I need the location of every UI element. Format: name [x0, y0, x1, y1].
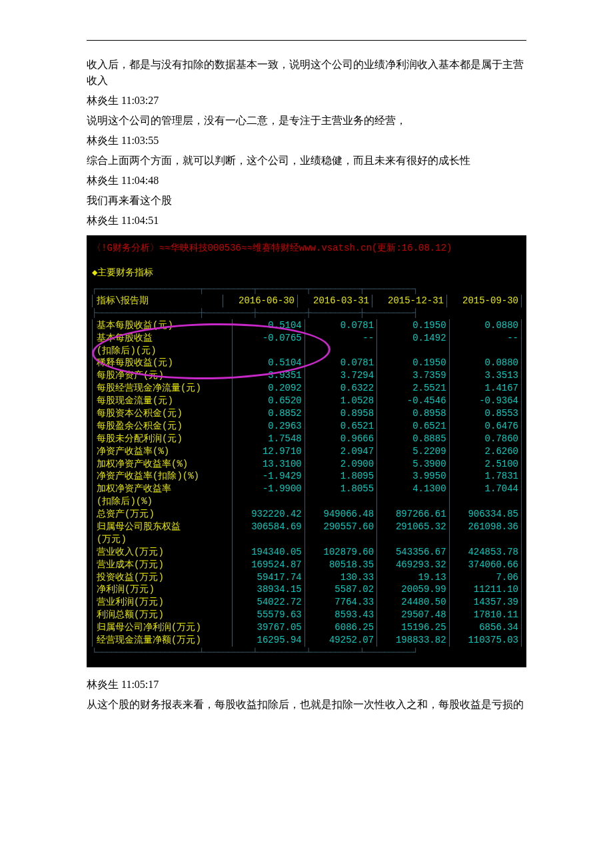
- financial-terminal-panel: 〈!G财务分析〉≈≈华映科技000536≈≈维赛特财经www.vsatsh.cn…: [87, 235, 526, 667]
- row-value: 3.9351: [233, 369, 305, 382]
- row-value: 80518.35: [305, 559, 376, 571]
- row-value: -0.0765: [233, 332, 305, 345]
- row-value: 54022.72: [233, 596, 305, 609]
- row-label: 营业成本(万元): [93, 559, 233, 571]
- row-value: -0.4546: [377, 395, 449, 407]
- row-label: 总资产(万元): [93, 508, 233, 521]
- row-label: 每股未分配利润(元): [93, 433, 233, 445]
- terminal-title: 〈!G财务分析〉≈≈华映科技000536≈≈维赛特财经www.vsatsh.cn…: [92, 242, 521, 255]
- row-value: 0.1492: [377, 332, 449, 345]
- row-value: 932220.42: [233, 508, 305, 521]
- chat-line: 林炎生 11:04:51: [87, 213, 526, 229]
- table-row: 净资产收益率(扣除)(%)-1.94291.80953.99501.7831: [93, 470, 522, 483]
- row-label: 加权净资产收益率(%): [93, 458, 233, 471]
- chat-transcript-block: 收入后，都是与没有扣除的数据基本一致，说明这个公司的业绩净利润收入基本都是属于主…: [87, 57, 526, 229]
- row-value: 1.7548: [233, 433, 305, 445]
- table-divider: ┌─────────────────────┬──────────┬──────…: [92, 283, 521, 295]
- row-value: 0.0880: [449, 357, 521, 369]
- chat-line: 林炎生 11:03:55: [87, 133, 526, 149]
- row-value: 3.7294: [305, 369, 376, 382]
- row-value: 306584.69: [233, 521, 305, 533]
- period-4: 2015-09-30: [447, 295, 522, 307]
- table-row: 稀释每股收益(元)0.51040.07810.19500.0880: [93, 357, 522, 369]
- row-label: 基本每股收益(元): [93, 319, 233, 332]
- table-row: 净资产收益率(%)12.97102.09475.22092.6260: [93, 445, 522, 458]
- row-value: 2.0947: [305, 445, 376, 458]
- row-value: 0.8553: [449, 407, 521, 420]
- row-value: 14357.39: [449, 596, 521, 609]
- row-value: 3.7359: [377, 369, 449, 382]
- table-row: 每股现金流量(元)0.65201.0528-0.4546-0.9364: [93, 395, 522, 407]
- row-label: 归属母公司股东权益: [93, 521, 233, 533]
- row-value: -1.9900: [233, 483, 305, 495]
- row-label: 每股经营现金净流量(元): [93, 382, 233, 395]
- row-value-empty: [449, 495, 521, 508]
- row-value: 0.8958: [305, 407, 376, 420]
- row-value: 1.7044: [449, 483, 521, 495]
- table-row-sub: (万元): [93, 533, 522, 546]
- row-label: 加权净资产收益率: [93, 483, 233, 495]
- table-row: 归属母公司净利润(万元)39767.056086.2515196.256856.…: [93, 621, 522, 634]
- row-label: 净资产收益率(%): [93, 445, 233, 458]
- chat-transcript-block-after: 林炎生 11:05:17从这个股的财务报表来看，每股收益扣除后，也就是扣除一次性…: [87, 677, 526, 713]
- table-row: 投资收益(万元)59417.74130.3319.137.06: [93, 571, 522, 584]
- row-value: 0.6322: [305, 382, 376, 395]
- row-value: 2.0900: [305, 458, 376, 471]
- row-value: 1.8095: [305, 470, 376, 483]
- chat-line: 收入后，都是与没有扣除的数据基本一致，说明这个公司的业绩净利润收入基本都是属于主…: [87, 57, 526, 89]
- row-value-empty: [233, 345, 305, 357]
- row-value: 194340.05: [233, 546, 305, 559]
- table-row: 每股经营现金净流量(元)0.20920.63222.55211.4167: [93, 382, 522, 395]
- row-value: 7.06: [449, 571, 521, 584]
- row-value: 39767.05: [233, 621, 305, 634]
- row-value: 424853.78: [449, 546, 521, 559]
- row-value: 6086.25: [305, 621, 376, 634]
- table-divider: └─────────────────────┴──────────┴──────…: [92, 647, 521, 659]
- row-value-empty: [377, 345, 449, 357]
- row-value-empty: [305, 495, 376, 508]
- row-value: 290557.60: [305, 521, 376, 533]
- row-value: 0.6521: [305, 420, 376, 433]
- row-value: 49252.07: [305, 634, 376, 647]
- row-value: 0.0781: [305, 319, 376, 332]
- chat-line: 林炎生 11:03:27: [87, 93, 526, 109]
- row-value: 198833.82: [377, 634, 449, 647]
- row-value: 0.1950: [377, 357, 449, 369]
- period-1: 2016-06-30: [223, 295, 298, 307]
- chat-line: 从这个股的财务报表来看，每股收益扣除后，也就是扣除一次性收入之和，每股收益是亏损…: [87, 697, 526, 713]
- row-value: 15196.25: [377, 621, 449, 634]
- row-value: 59417.74: [233, 571, 305, 584]
- row-value: 0.7860: [449, 433, 521, 445]
- row-label: 营业收入(万元): [93, 546, 233, 559]
- table-row: 经营现金流量净额(万元)16295.9449252.07198833.82110…: [93, 634, 522, 647]
- row-value: 1.4167: [449, 382, 521, 395]
- row-value: 3.9950: [377, 470, 449, 483]
- table-row: 每股净资产(元)3.93513.72943.73593.3513: [93, 369, 522, 382]
- row-label: 经营现金流量净额(万元): [93, 634, 233, 647]
- table-row: 营业成本(万元)169524.8780518.35469293.32374060…: [93, 559, 522, 571]
- table-row-sub: (扣除后)(%): [93, 495, 522, 508]
- row-value: 13.3100: [233, 458, 305, 471]
- row-value: 0.1950: [377, 319, 449, 332]
- row-value: 29507.48: [377, 609, 449, 621]
- row-value: 374060.66: [449, 559, 521, 571]
- table-row: 每股资本公积金(元)0.88520.89580.89580.8553: [93, 407, 522, 420]
- row-value: 5587.02: [305, 583, 376, 596]
- section-header: ◆主要财务指标: [92, 267, 521, 279]
- row-value-empty: [305, 345, 376, 357]
- row-value: 6856.34: [449, 621, 521, 634]
- row-label: 基本每股收益: [93, 332, 233, 345]
- row-value: 0.8958: [377, 407, 449, 420]
- row-value: 4.1300: [377, 483, 449, 495]
- row-value: 1.0528: [305, 395, 376, 407]
- period-2: 2016-03-31: [298, 295, 372, 307]
- row-value: 55579.63: [233, 609, 305, 621]
- row-value-empty: [377, 533, 449, 546]
- row-value: 5.2209: [377, 445, 449, 458]
- row-value: 16295.94: [233, 634, 305, 647]
- row-value-empty: [305, 533, 376, 546]
- row-value: 906334.85: [449, 508, 521, 521]
- row-value: 1.7831: [449, 470, 521, 483]
- row-value-empty: [233, 533, 305, 546]
- chat-line: 说明这个公司的管理层，没有一心二意，是专注于主营业务的经营，: [87, 113, 526, 129]
